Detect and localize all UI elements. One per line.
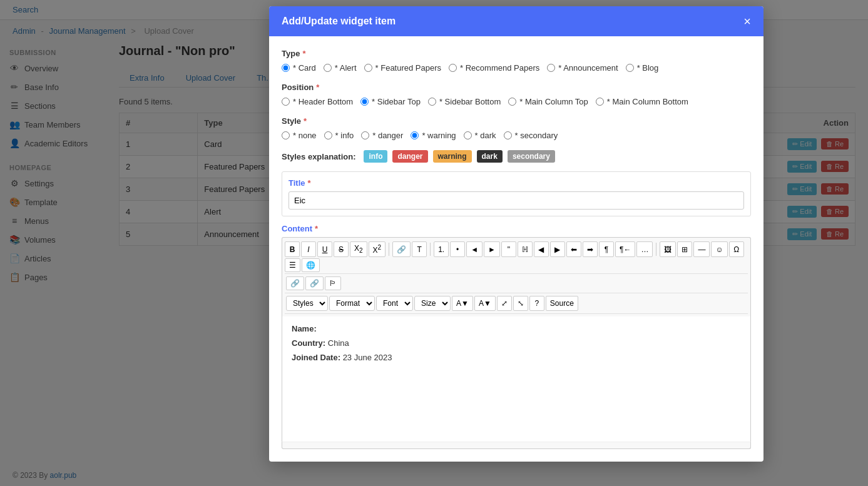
style-required: * (304, 116, 307, 126)
editor-country-line: Country: China (292, 338, 741, 348)
joined-value: 23 June 2023 (343, 353, 392, 362)
insert-image-button[interactable]: 🖼 (660, 241, 676, 257)
font-select[interactable]: Font (376, 296, 413, 311)
type-blog[interactable]: * Blog (626, 63, 659, 73)
editor-area[interactable]: Name: Country: China Joined Date: 23 Jun… (282, 316, 751, 442)
font-bg-button[interactable]: A▼ (474, 296, 496, 311)
badge-warning: warning (433, 150, 472, 163)
position-header-bottom[interactable]: * Header Bottom (282, 97, 353, 106)
joined-label: Joined Date: (292, 353, 340, 362)
title-section: Title * (282, 171, 751, 216)
flag-btn[interactable]: 🏳 (325, 276, 341, 290)
format-select[interactable]: Format (329, 296, 375, 311)
italic-button[interactable]: I (301, 241, 316, 257)
country-label: Country: (292, 338, 325, 348)
position-required: * (316, 83, 319, 92)
fullscreen-button[interactable]: 🌐 (302, 258, 320, 272)
styles-select[interactable]: Styles (286, 296, 328, 311)
link-button[interactable]: 🔗 (392, 241, 411, 257)
modal-close-button[interactable]: × (743, 15, 751, 28)
type-announcement[interactable]: * Announcement (547, 63, 618, 73)
title-required: * (308, 178, 311, 188)
type-radio-group: * Card * Alert * Featured Papers * Recom… (282, 63, 751, 73)
subscript-button[interactable]: X2 (350, 241, 367, 257)
style-label: Style * (282, 116, 751, 126)
type-required: * (302, 49, 305, 58)
toolbar-separator-3 (656, 243, 656, 256)
badge-info: info (364, 150, 387, 163)
toolbar-row-2: 🔗 🔗 🏳 (285, 274, 748, 293)
outdent-button[interactable]: ◄ (466, 241, 483, 257)
align-right-button[interactable]: ⬅ (566, 241, 581, 257)
ordered-list-button[interactable]: 1. (434, 241, 449, 257)
size-select[interactable]: Size (414, 296, 451, 311)
content-label: Content * (282, 224, 751, 233)
type-alert[interactable]: * Alert (324, 63, 357, 73)
blockquote-button[interactable]: " (501, 241, 516, 257)
badge-secondary: secondary (508, 150, 555, 163)
help-button[interactable]: ? (529, 296, 544, 311)
styles-explanation-label: Styles explanation: (282, 152, 355, 161)
strikethrough-button[interactable]: S (334, 241, 349, 257)
link-btn2[interactable]: 🔗 (286, 276, 304, 290)
position-main-column-top[interactable]: * Main Column Top (508, 97, 588, 106)
toolbar-row-1: B I U S X2 X2 🔗 T 1. • ◄ ► " (285, 240, 748, 274)
superscript-button[interactable]: X2 (369, 241, 386, 257)
styles-explanation: Styles explanation: info danger warning … (282, 150, 751, 163)
type-card[interactable]: * Card (282, 63, 316, 73)
position-main-column-bottom[interactable]: * Main Column Bottom (596, 97, 688, 106)
modal-title: Add/Update widget item (282, 16, 396, 27)
align-left-button[interactable]: ◀ (534, 241, 549, 257)
style-none[interactable]: * none (282, 131, 317, 140)
toolbar-separator-1 (389, 243, 389, 256)
editor-name-line: Name: (292, 324, 741, 333)
bold-button[interactable]: B (285, 241, 300, 257)
align-justify-button[interactable]: ➡ (583, 241, 598, 257)
para-left-button[interactable]: ¶← (615, 241, 635, 257)
type-featured-papers[interactable]: * Featured Papers (364, 63, 442, 73)
style-danger[interactable]: * danger (361, 131, 403, 140)
special-chars-button[interactable]: Ω (729, 241, 744, 257)
unordered-list-button[interactable]: • (450, 241, 465, 257)
style-dark[interactable]: * dark (464, 131, 496, 140)
style-radio-group: * none * info * danger * warning * dark (282, 131, 751, 140)
position-radio-group: * Header Bottom * Sidebar Top * Sidebar … (282, 97, 751, 106)
type-group: Type * * Card * Alert * Featured Papers … (282, 49, 751, 73)
font-color-button[interactable]: A▼ (452, 296, 473, 311)
clear-format-button[interactable]: T (412, 241, 427, 257)
content-section: Content * B I U S X2 X2 🔗 T (282, 224, 751, 449)
name-label: Name: (292, 324, 317, 333)
content-required: * (315, 224, 318, 233)
source-button[interactable]: Source (546, 296, 578, 311)
para-button[interactable]: ¶ (599, 241, 614, 257)
align-center-button[interactable]: ▶ (550, 241, 565, 257)
title-field-label: Title * (288, 178, 744, 188)
style-secondary[interactable]: * secondary (504, 131, 558, 140)
title-input[interactable] (288, 191, 744, 210)
position-group: Position * * Header Bottom * Sidebar Top… (282, 83, 751, 106)
position-sidebar-top[interactable]: * Sidebar Top (360, 97, 421, 106)
page-break-button[interactable]: ☰ (285, 258, 300, 272)
insert-hr-button[interactable]: — (693, 241, 710, 257)
underline-button[interactable]: U (317, 241, 332, 257)
badge-danger: danger (392, 150, 427, 163)
type-recommend-papers[interactable]: * Recommend Papers (449, 63, 539, 73)
insert-table-button[interactable]: ⊞ (677, 241, 692, 257)
emoticon-button[interactable]: ☺ (711, 241, 727, 257)
maximize-button[interactable]: ⤢ (497, 296, 512, 311)
editor-content: Name: Country: China Joined Date: 23 Jun… (292, 324, 741, 362)
editor-toolbar: B I U S X2 X2 🔗 T 1. • ◄ ► " (282, 237, 751, 316)
style-warning[interactable]: * warning (411, 131, 456, 140)
editor-footer (282, 442, 751, 449)
editor-joined-line: Joined Date: 23 June 2023 (292, 353, 741, 362)
dots-button[interactable]: … (636, 241, 653, 257)
position-sidebar-bottom[interactable]: * Sidebar Bottom (428, 97, 501, 106)
indent-button[interactable]: ► (484, 241, 500, 257)
type-label: Type * (282, 49, 751, 58)
special-btn[interactable]: ℍ (518, 241, 533, 257)
unlink-btn[interactable]: 🔗 (305, 276, 324, 290)
modal: Add/Update widget item × Type * * Card *… (269, 6, 763, 462)
show-blocks-button[interactable]: ⤡ (513, 296, 528, 311)
style-info[interactable]: * info (324, 131, 354, 140)
style-group: Style * * none * info * danger * warning (282, 116, 751, 140)
